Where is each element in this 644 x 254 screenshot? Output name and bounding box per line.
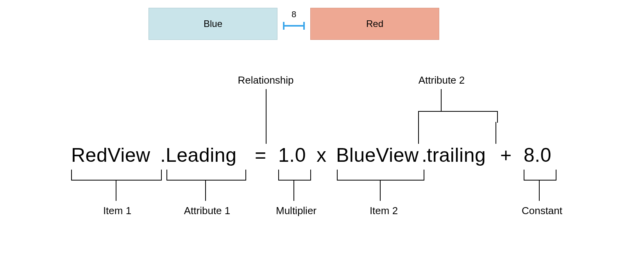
stem-multiplier (293, 180, 294, 201)
blue-view-box: Blue (148, 8, 277, 40)
annotation-relationship: Relationship (215, 74, 317, 86)
stem-constant (539, 180, 540, 201)
bracket-multiplier (278, 170, 311, 181)
eq-equals: = (255, 145, 267, 165)
bracket-item1 (71, 170, 162, 181)
connector-relationship (266, 89, 267, 144)
eq-item1: RedView (71, 145, 150, 165)
eq-times: x (317, 145, 327, 165)
label-item1: Item 1 (90, 205, 145, 217)
red-view-box: Red (310, 8, 439, 40)
connector-attribute2-stem (441, 89, 442, 111)
label-constant: Constant (513, 205, 571, 217)
label-attribute1: Attribute 1 (176, 205, 238, 217)
eq-attribute2: trailing (427, 145, 486, 165)
red-view-label: Red (366, 18, 383, 29)
blue-view-label: Blue (204, 18, 222, 29)
eq-multiplier: 1.0 (278, 145, 306, 165)
connector-attribute2-left (418, 122, 419, 144)
stem-item1 (116, 180, 116, 201)
label-multiplier: Multiplier (269, 205, 324, 217)
eq-plus: + (500, 145, 512, 165)
eq-attribute1: Leading (166, 145, 236, 165)
spacing-value: 8 (277, 9, 310, 20)
label-item2: Item 2 (356, 205, 411, 217)
spacing-marker-icon (283, 25, 305, 27)
bracket-attribute1 (166, 170, 246, 181)
bracket-constant (524, 170, 556, 181)
connector-attribute2-right (496, 122, 496, 144)
stem-attribute1 (205, 180, 206, 201)
bracket-item2 (337, 170, 424, 181)
annotation-attribute2: Attribute 2 (391, 74, 492, 86)
views-illustration: Blue 8 Red (0, 8, 644, 51)
spacing-indicator: 8 (277, 8, 310, 40)
eq-constant: 8.0 (524, 145, 551, 165)
stem-item2 (380, 180, 381, 201)
eq-item2: BlueView (336, 145, 419, 165)
eq-dot1: . (160, 145, 166, 165)
bracket-attribute2 (418, 111, 498, 123)
